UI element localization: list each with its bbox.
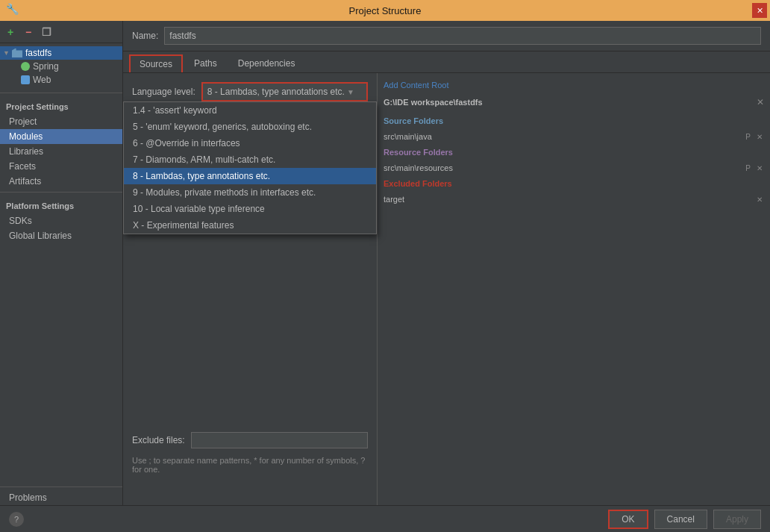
help-button[interactable]: ? — [9, 512, 24, 527]
source-path-row: src\main\java P ✕ — [384, 131, 764, 142]
name-input[interactable] — [164, 27, 761, 45]
bottom-bar: ? OK Cancel Apply — [0, 505, 770, 532]
sidebar-item-global-libraries[interactable]: Global Libraries — [0, 228, 122, 243]
divider — [0, 93, 122, 93]
tree-item-web[interactable]: Web — [0, 73, 122, 87]
sidebar-item-problems[interactable]: Problems — [0, 490, 122, 505]
source-path-remove-button[interactable]: ✕ — [755, 133, 764, 141]
tree-item-label: fastdfs — [25, 48, 51, 58]
sidebar-item-sdks[interactable]: SDKs — [0, 213, 122, 228]
web-icon — [21, 75, 30, 84]
source-path-p-button[interactable]: P — [744, 133, 752, 141]
panel-content: Language level: 8 - Lambdas, type annota… — [123, 73, 770, 505]
tab-dependencies[interactable]: Dependencies — [228, 54, 305, 72]
language-dropdown: 1.4 - 'assert' keyword 5 - 'enum' keywor… — [123, 101, 377, 234]
exclude-files-label: Exclude files: — [132, 435, 185, 445]
excluded-folders-label: Excluded Folders — [384, 176, 764, 191]
resource-path-actions: P ✕ — [744, 164, 764, 172]
tab-sources[interactable]: Sources — [129, 54, 183, 72]
name-label: Name: — [132, 31, 158, 41]
sidebar-item-project[interactable]: Project — [0, 114, 122, 129]
language-select-display[interactable]: 8 - Lambdas, type annotations etc. ▼ — [201, 82, 368, 101]
right-panel: Name: Sources Paths Dependencies Languag… — [123, 21, 770, 505]
dropdown-item-X[interactable]: X - Experimental features — [124, 217, 376, 234]
expand-arrow: ▼ — [3, 49, 12, 57]
module-tree: ▼ fastdfs Spring Web — [0, 43, 122, 90]
language-level-row: Language level: 8 - Lambdas, type annota… — [132, 82, 368, 101]
dropdown-item-9[interactable]: 9 - Modules, private methods in interfac… — [124, 184, 376, 201]
sidebar-item-facets[interactable]: Facets — [0, 159, 122, 174]
tree-item-label: Web — [33, 75, 51, 85]
bottom-right: OK Cancel Apply — [608, 510, 761, 529]
tabs-bar: Sources Paths Dependencies — [123, 51, 770, 73]
language-select-wrapper: 8 - Lambdas, type annotations etc. ▼ — [201, 82, 368, 101]
add-module-button[interactable]: + — [3, 25, 18, 39]
dropdown-item-8[interactable]: 8 - Lambdas, type annotations etc. — [124, 168, 376, 184]
sidebar-item-modules[interactable]: Modules — [0, 129, 122, 144]
resource-path-row: src\main\resources P ✕ — [384, 163, 764, 173]
dropdown-item-1.4[interactable]: 1.4 - 'assert' keyword — [124, 102, 376, 119]
sidebar-item-libraries[interactable]: Libraries — [0, 144, 122, 159]
resource-path-p-button[interactable]: P — [744, 164, 752, 172]
resource-folders-label: Resource Folders — [384, 145, 764, 160]
sidebar: + − ❒ ▼ fastdfs Spring Web Project Set — [0, 21, 123, 505]
excluded-path-row: target ✕ — [384, 194, 764, 204]
platform-settings-label: Platform Settings — [0, 195, 122, 213]
resource-path-remove-button[interactable]: ✕ — [755, 164, 764, 172]
divider3 — [0, 486, 122, 487]
tree-item-fastdfs[interactable]: ▼ fastdfs — [0, 46, 122, 60]
title-bar: 🔧 Project Structure ✕ — [0, 0, 770, 21]
exclude-files-section: Exclude files: Use ; to separate name pa… — [123, 426, 377, 475]
dropdown-item-6[interactable]: 6 - @Override in interfaces — [124, 135, 376, 151]
folder-icon — [12, 48, 22, 57]
app-icon: 🔧 — [6, 3, 21, 18]
exclude-hint: Use ; to separate name patterns, * for a… — [132, 454, 368, 475]
path-actions: P ✕ — [744, 133, 764, 141]
language-level-label: Language level: — [132, 87, 195, 97]
dropdown-item-10[interactable]: 10 - Local variable type inference — [124, 201, 376, 217]
bottom-left: ? — [9, 512, 24, 527]
apply-button[interactable]: Apply — [713, 510, 761, 529]
remove-content-root-button[interactable]: ✕ — [757, 97, 764, 107]
source-folders-label: Source Folders — [384, 113, 764, 128]
tree-item-label: Spring — [33, 61, 59, 72]
project-settings-label: Project Settings — [0, 96, 122, 114]
spring-icon — [21, 62, 30, 71]
content-root-path: G:\IDE workspace\fastdfs ✕ — [384, 94, 764, 110]
exclude-files-row: Exclude files: — [132, 426, 368, 454]
close-button[interactable]: ✕ — [752, 3, 767, 18]
dropdown-item-7[interactable]: 7 - Diamonds, ARM, multi-catch etc. — [124, 151, 376, 168]
left-content: Language level: 8 - Lambdas, type annota… — [123, 73, 377, 505]
tab-paths[interactable]: Paths — [184, 54, 227, 72]
add-content-root-button[interactable]: Add Content Root — [384, 79, 764, 91]
excluded-path-remove-button[interactable]: ✕ — [755, 195, 764, 204]
name-bar: Name: — [123, 21, 770, 51]
sidebar-toolbar: + − ❒ — [0, 21, 122, 43]
chevron-down-icon: ▼ — [347, 88, 354, 96]
tree-item-spring[interactable]: Spring — [0, 60, 122, 73]
remove-module-button[interactable]: − — [21, 25, 36, 39]
copy-module-button[interactable]: ❒ — [39, 25, 54, 39]
excluded-path-actions: ✕ — [755, 195, 764, 204]
divider2 — [0, 192, 122, 193]
right-side-panel: Add Content Root G:\IDE workspace\fastdf… — [377, 73, 770, 505]
exclude-files-input[interactable] — [191, 432, 368, 448]
sidebar-item-artifacts[interactable]: Artifacts — [0, 174, 122, 189]
dropdown-item-5[interactable]: 5 - 'enum' keyword, generics, autoboxing… — [124, 119, 376, 135]
cancel-button[interactable]: Cancel — [654, 510, 707, 529]
dialog-title: Project Structure — [349, 5, 422, 16]
ok-button[interactable]: OK — [608, 510, 648, 529]
